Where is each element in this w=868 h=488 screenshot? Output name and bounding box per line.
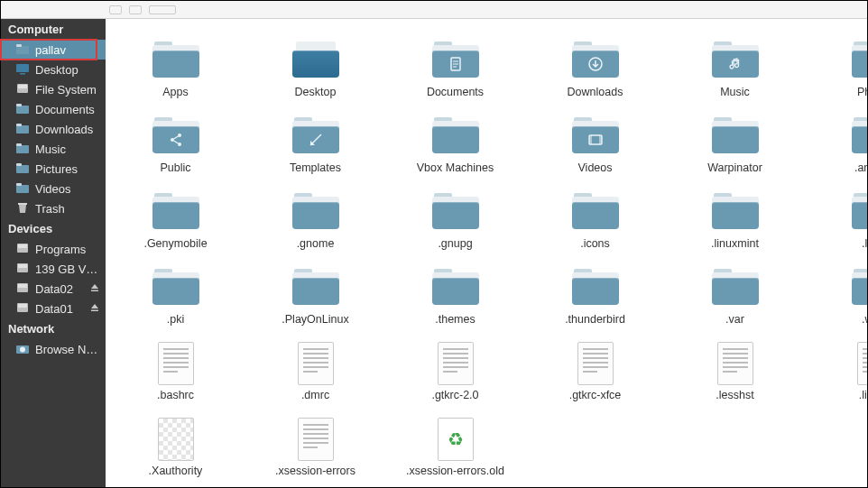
sidebar-item[interactable]: Pictures (1, 159, 106, 179)
item-label: Public (160, 161, 190, 174)
folder-icon (15, 181, 30, 197)
sidebar-item-label: 139 GB V… (35, 262, 97, 276)
folder-item[interactable]: .android (805, 107, 867, 183)
folder-item[interactable]: Warpinator (665, 107, 805, 183)
eject-icon[interactable] (89, 302, 100, 316)
sidebar-section-header: Devices (1, 218, 106, 239)
item-label: Documents (427, 86, 484, 98)
file-item[interactable]: .gtkrc-2.0 (385, 335, 525, 410)
folder-icon (151, 266, 201, 309)
item-label: .pki (167, 313, 184, 326)
folder-item[interactable]: .icons (525, 183, 665, 259)
sidebar-item[interactable]: Browse N… (1, 339, 106, 359)
folder-item[interactable]: Apps (106, 32, 245, 107)
svg-rect-12 (16, 165, 29, 173)
item-label: Videos (578, 161, 613, 174)
file-item[interactable]: .gtkrc-xfce (525, 335, 665, 410)
sidebar-item[interactable]: File System (1, 79, 106, 99)
item-label: .gnupg (438, 237, 472, 250)
toolbar-button[interactable] (129, 5, 142, 14)
folder-icon (15, 161, 30, 177)
sidebar-section-header: Network (1, 318, 106, 339)
file-item[interactable]: .bashrc (106, 335, 245, 410)
svg-rect-9 (16, 124, 22, 126)
sidebar-item[interactable]: Music (1, 139, 106, 159)
folder-item[interactable]: Desktop (245, 32, 385, 107)
folder-item[interactable]: .thunderbird (525, 259, 665, 335)
folder-item[interactable]: Vbox Machines (385, 107, 525, 183)
textfile-icon (570, 342, 621, 385)
item-label: Desktop (295, 86, 337, 98)
file-item[interactable]: .lesshst (665, 335, 805, 410)
item-label: Music (720, 86, 750, 98)
svg-rect-14 (16, 185, 29, 193)
disk-icon (15, 301, 30, 317)
folder-item[interactable]: Public (106, 107, 245, 183)
folder-item[interactable]: .gnupg (385, 183, 525, 259)
svg-rect-16 (18, 203, 27, 205)
folder-item[interactable]: .Genymobile (106, 183, 245, 259)
sidebar-item[interactable]: Data02 (1, 279, 106, 299)
home-icon (15, 42, 30, 58)
svg-rect-26 (91, 309, 98, 311)
item-label: .gnome (297, 237, 335, 250)
folder-item[interactable]: Music (665, 32, 805, 107)
folder-item[interactable]: .wine (805, 259, 867, 335)
sidebar-item[interactable]: Data01 (1, 299, 106, 318)
content-pane[interactable]: Apps Desktop Documents Downloads Music P… (106, 19, 867, 487)
folder-item[interactable]: .linuxmint (665, 183, 805, 259)
svg-rect-11 (16, 143, 22, 146)
folder-icon (151, 190, 201, 234)
recyclefile-icon: ♻ (430, 418, 481, 461)
folder-icon (151, 39, 201, 82)
folder-icon (430, 39, 481, 82)
disk-icon (15, 242, 30, 257)
toolbar-button[interactable] (109, 5, 122, 14)
textfile-icon (710, 342, 761, 385)
sidebar-item[interactable]: Trash (1, 198, 106, 218)
file-item[interactable]: .xsession-errors (245, 410, 385, 486)
folder-item[interactable]: .local (805, 183, 867, 259)
textfile-icon (291, 342, 341, 385)
folder-item[interactable]: .PlayOnLinux (245, 259, 385, 335)
textfile-icon (291, 418, 341, 461)
svg-rect-18 (18, 244, 27, 248)
sidebar-item[interactable]: Desktop (1, 60, 106, 79)
folder-item[interactable]: Photos (805, 32, 867, 107)
folder-item[interactable]: .gnome (245, 183, 385, 259)
toolbar-pathbar[interactable] (149, 5, 176, 14)
textfile-icon (850, 342, 868, 385)
file-item[interactable]: .Xauthority (106, 410, 245, 486)
svg-rect-25 (18, 304, 27, 308)
svg-rect-1 (16, 44, 22, 47)
svg-rect-3 (20, 73, 25, 75)
file-manager-window: ComputerpallavDesktopFile SystemDocument… (0, 0, 868, 488)
folder-item[interactable]: Videos (525, 107, 665, 183)
folder-item[interactable]: Templates (245, 107, 385, 183)
folder-item[interactable]: Downloads (525, 32, 665, 107)
sidebar-item[interactable]: Downloads (1, 119, 106, 139)
folder-item[interactable]: .pki (106, 259, 245, 335)
folder-icon (710, 115, 761, 158)
folder-item[interactable]: .var (665, 259, 805, 335)
svg-rect-6 (16, 106, 29, 114)
file-item[interactable]: ♻.xsession-errors.old (385, 410, 525, 486)
sidebar-item-label: Downloads (35, 123, 93, 136)
sidebar-item[interactable]: pallav (1, 40, 106, 60)
folder-item[interactable]: .themes (385, 259, 525, 335)
sidebar-item-label: Browse N… (35, 343, 97, 356)
sidebar-item-label: pallav (35, 43, 66, 57)
folder-icon (850, 266, 868, 309)
sidebar-item[interactable]: Videos (1, 179, 106, 198)
file-item[interactable]: .linssh (805, 335, 867, 410)
folder-item[interactable]: Documents (385, 32, 525, 107)
svg-rect-7 (16, 104, 22, 106)
file-item[interactable]: .dmrc (245, 335, 385, 410)
svg-rect-13 (16, 163, 22, 166)
svg-line-39 (173, 136, 178, 139)
sidebar-item[interactable]: Documents (1, 99, 106, 119)
eject-icon[interactable] (89, 282, 100, 296)
folder-icon (151, 115, 201, 158)
sidebar-item[interactable]: Programs (1, 239, 106, 259)
sidebar-item[interactable]: 139 GB V… (1, 259, 106, 279)
